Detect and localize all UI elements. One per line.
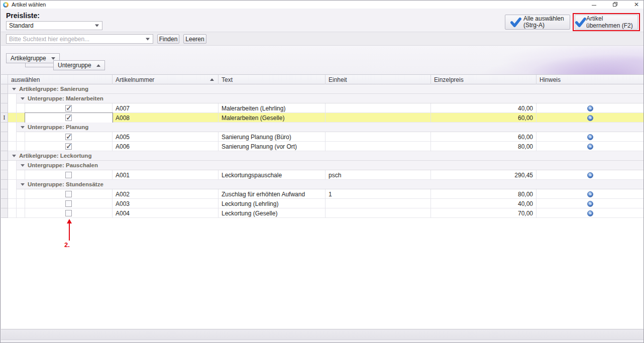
- einheit-cell: psch: [326, 170, 431, 180]
- collapse-triangle-icon[interactable]: [21, 97, 25, 100]
- select-cell[interactable]: [25, 170, 113, 180]
- checkmark-icon: [510, 17, 521, 27]
- einheit-cell: [326, 208, 431, 218]
- group-label: Artikelgruppe: Leckortung: [19, 153, 91, 159]
- chevron-down-icon: [146, 38, 150, 40]
- hinweis-cell: [536, 199, 644, 208]
- hint-icon[interactable]: [587, 191, 593, 197]
- group-row[interactable]: Untergruppe: Planung: [17, 123, 644, 132]
- column-header-einzelpreis[interactable]: Einzelpreis: [431, 75, 536, 84]
- select-checkbox[interactable]: [65, 210, 72, 216]
- artikelnummer-cell: A001: [113, 170, 219, 180]
- group-indent: [8, 161, 17, 170]
- app-icon: [3, 2, 9, 8]
- table-row: A003Leckortung (Lehrling)40,00: [1, 199, 644, 208]
- select-checkbox[interactable]: [65, 191, 72, 197]
- artikelnummer-cell: A003: [113, 199, 219, 208]
- row-indicator-cell: [1, 151, 8, 161]
- hint-icon[interactable]: [587, 172, 593, 178]
- select-checkbox[interactable]: [65, 143, 72, 150]
- collapse-triangle-icon[interactable]: [21, 164, 25, 167]
- hint-icon[interactable]: [587, 115, 593, 121]
- select-checkbox[interactable]: [65, 105, 72, 111]
- select-cell[interactable]: [25, 208, 113, 218]
- close-button[interactable]: ✕: [633, 2, 639, 8]
- grid-header: auswählen Artikelnummer Text Einheit Ein…: [1, 75, 644, 84]
- group-indent: [8, 142, 17, 151]
- select-cell[interactable]: [25, 189, 113, 199]
- collapse-triangle-icon[interactable]: [21, 183, 25, 186]
- clear-button[interactable]: Leeren: [183, 34, 206, 44]
- column-header-hinweis[interactable]: Hinweis: [536, 75, 644, 84]
- hint-icon[interactable]: [587, 210, 593, 216]
- column-header-artikelnummer[interactable]: Artikelnummer: [113, 75, 219, 84]
- group-indent: [8, 113, 17, 123]
- einzelpreis-cell: 40,00: [431, 103, 536, 113]
- select-checkbox[interactable]: [65, 200, 72, 207]
- collapse-triangle-icon[interactable]: [21, 126, 25, 129]
- einheit-cell: 1: [326, 189, 431, 199]
- select-checkbox[interactable]: [65, 134, 72, 140]
- einheit-cell: [326, 132, 431, 142]
- apply-articles-button[interactable]: Artikel übernehmen (F2): [575, 15, 638, 30]
- select-cell[interactable]: [25, 103, 113, 113]
- hint-icon[interactable]: [587, 201, 593, 207]
- table-row: IA008Malerarbeiten (Geselle)60,00: [1, 113, 644, 123]
- table-row: Untergruppe: Stundensätze: [1, 180, 644, 189]
- select-checkbox[interactable]: [65, 172, 72, 178]
- text-cell: Leckortung (Lehrling): [219, 199, 326, 208]
- hinweis-cell: [536, 208, 644, 218]
- group-indent: [8, 132, 17, 142]
- find-button[interactable]: Finden: [157, 34, 179, 44]
- hint-icon[interactable]: [587, 144, 593, 150]
- group-chip-untergruppe[interactable]: Untergruppe: [53, 60, 105, 70]
- text-cell: Sanierung Planung (vor Ort): [219, 142, 326, 151]
- column-header-text[interactable]: Text: [219, 75, 326, 84]
- row-indicator-cell: I: [1, 113, 8, 123]
- select-all-button[interactable]: Alle auswählen (Strg-A): [505, 15, 570, 30]
- select-cell[interactable]: [25, 199, 113, 208]
- group-indent: [17, 132, 25, 142]
- select-cell[interactable]: [25, 142, 113, 151]
- grid-body: Artikelgruppe: SanierungUntergruppe: Mal…: [1, 84, 644, 218]
- table-row: A007Malerarbeiten (Lehrling)40,00: [1, 103, 644, 113]
- group-indent: [8, 208, 17, 218]
- group-label: Untergruppe: Pauschalen: [28, 162, 98, 168]
- pricelist-dropdown[interactable]: Standard: [6, 21, 102, 30]
- footer-bar: [1, 329, 644, 340]
- row-indicator-cell: [1, 94, 8, 103]
- chevron-down-icon: [95, 25, 99, 27]
- row-indicator-cell: [1, 123, 8, 132]
- column-header-auswaehlen[interactable]: auswählen: [8, 75, 113, 84]
- collapse-triangle-icon[interactable]: [12, 88, 16, 90]
- einzelpreis-cell: 80,00: [431, 142, 536, 151]
- hint-icon[interactable]: [587, 105, 593, 111]
- search-input-combo[interactable]: [6, 34, 153, 44]
- group-row[interactable]: Artikelgruppe: Sanierung: [8, 84, 644, 93]
- search-input[interactable]: [9, 35, 140, 43]
- collapse-triangle-icon[interactable]: [12, 155, 16, 157]
- pricelist-label: Preisliste:: [6, 12, 40, 20]
- group-row[interactable]: Untergruppe: Stundensätze: [17, 180, 644, 189]
- select-cell[interactable]: [25, 113, 113, 123]
- minimize-button[interactable]: [591, 2, 597, 8]
- articles-grid: auswählen Artikelnummer Text Einheit Ein…: [1, 74, 644, 329]
- einzelpreis-cell: 70,00: [431, 208, 536, 218]
- hint-icon[interactable]: [587, 134, 593, 140]
- column-header-einheit[interactable]: Einheit: [326, 75, 431, 84]
- group-indent: [8, 123, 17, 132]
- table-row: A004Leckortung (Geselle)70,00: [1, 208, 644, 218]
- group-row[interactable]: Untergruppe: Pauschalen: [17, 161, 644, 170]
- table-row: A006Sanierung Planung (vor Ort)80,00: [1, 142, 644, 151]
- group-row[interactable]: Untergruppe: Malerarbeiten: [17, 94, 644, 103]
- select-checkbox[interactable]: [65, 115, 72, 121]
- select-all-label: Alle auswählen (Strg-A): [523, 16, 564, 29]
- restore-button[interactable]: [612, 2, 618, 8]
- window-title: Artikel wählen: [12, 2, 46, 8]
- einzelpreis-cell: 40,00: [431, 199, 536, 208]
- group-chip-artikelgruppe[interactable]: Artikelgruppe: [6, 53, 60, 63]
- select-cell[interactable]: [25, 132, 113, 142]
- group-indent: [8, 199, 17, 208]
- group-indent: [8, 103, 17, 113]
- group-row[interactable]: Artikelgruppe: Leckortung: [8, 151, 644, 160]
